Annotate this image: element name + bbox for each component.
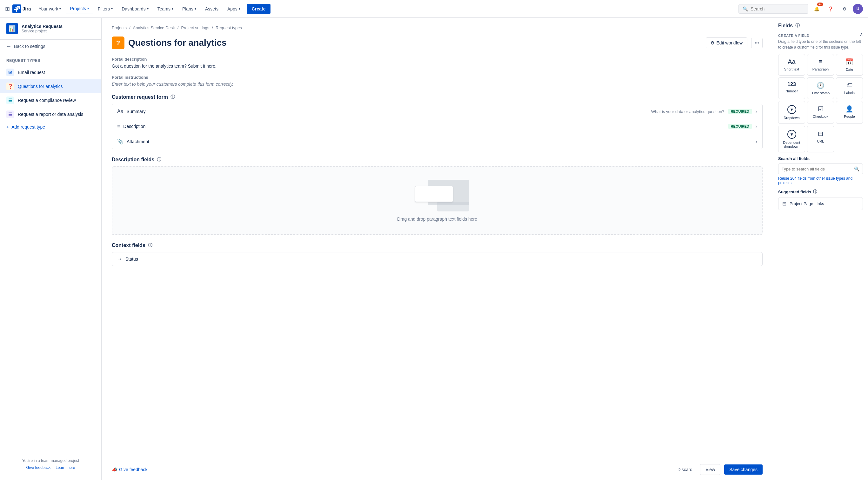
attachment-field-icon: 📎 — [117, 138, 124, 145]
people-icon: 👤 — [845, 105, 854, 113]
feedback-link[interactable]: Give feedback — [26, 466, 51, 470]
main-layout: 📊 Analytics Requests Service project ← B… — [0, 18, 868, 480]
sidebar-project: 📊 Analytics Requests Service project — [0, 18, 101, 40]
topnav: ⊞ Jira Your work ▾ Projects ▾ Filters ▾ … — [0, 0, 868, 18]
nav-teams[interactable]: Teams ▾ — [154, 4, 177, 14]
project-page-links-label: Project Page Links — [789, 201, 824, 206]
info-icon[interactable]: ⓘ — [813, 189, 817, 195]
status-field-row[interactable]: → Status — [112, 252, 763, 266]
nav-your-work[interactable]: Your work ▾ — [35, 4, 65, 14]
give-feedback-button[interactable]: 📣 Give feedback — [112, 467, 148, 472]
user-avatar[interactable]: U — [853, 4, 863, 14]
questions-analytics-icon: ❓ — [6, 83, 14, 90]
gear-icon: ⚙ — [843, 6, 847, 11]
create-button[interactable]: Create — [247, 4, 271, 14]
sidebar: 📊 Analytics Requests Service project ← B… — [0, 18, 102, 480]
field-type-labels[interactable]: 🏷 Labels — [836, 77, 863, 99]
bottom-bar: 📣 Give feedback Discard View Save change… — [102, 459, 773, 480]
project-info: Analytics Requests Service project — [22, 24, 63, 33]
summary-field-name: Summary — [127, 109, 651, 114]
field-type-short-text[interactable]: Aa Short text — [778, 54, 805, 75]
portal-instructions-section: Portal instructions Enter text to help y… — [112, 75, 763, 87]
save-changes-button[interactable]: Save changes — [724, 465, 763, 475]
footer-text: You're in a team-managed project — [6, 458, 95, 463]
suggested-field-project-page-links[interactable]: ⊟ Project Page Links — [778, 197, 863, 210]
date-label: Date — [846, 68, 853, 71]
info-icon[interactable]: ⓘ — [795, 23, 800, 29]
chevron-down-icon: ▾ — [87, 7, 89, 10]
search-all-fields-input[interactable]: 🔍 — [778, 163, 863, 174]
people-label: People — [844, 115, 855, 119]
chevron-down-icon: ▾ — [172, 7, 173, 10]
nav-projects[interactable]: Projects ▾ — [66, 3, 93, 14]
back-to-settings[interactable]: ← Back to settings — [0, 40, 101, 53]
labels-icon: 🏷 — [846, 82, 853, 89]
paragraph-label: Paragraph — [812, 67, 829, 71]
nav-apps[interactable]: Apps ▾ — [223, 4, 244, 14]
required-badge: REQUIRED — [728, 124, 752, 129]
field-type-checkbox[interactable]: ☑ Checkbox — [807, 101, 834, 124]
number-label: Number — [785, 89, 798, 93]
dropdown-label: Dropdown — [783, 116, 799, 120]
search-field-text[interactable] — [782, 167, 851, 171]
help-button[interactable]: ❓ — [825, 3, 836, 14]
description-field-row[interactable]: ≡ Description REQUIRED › — [112, 119, 762, 134]
collapse-icon[interactable]: ∧ — [860, 32, 863, 37]
nav-filters[interactable]: Filters ▾ — [94, 4, 117, 14]
field-type-number[interactable]: 123 Number — [778, 77, 805, 99]
settings-button[interactable]: ⚙ — [839, 3, 850, 14]
feedback-icon: 📣 — [112, 467, 117, 472]
info-icon[interactable]: ⓘ — [157, 157, 161, 163]
chevron-down-icon: ▾ — [195, 7, 196, 10]
chevron-right-icon: › — [755, 124, 757, 129]
grid-icon[interactable]: ⊞ — [5, 5, 10, 12]
drop-zone-text: Drag and drop paragraph text fields here — [397, 217, 477, 222]
field-type-paragraph[interactable]: ≡ Paragraph — [807, 54, 834, 75]
info-icon[interactable]: ⓘ — [170, 94, 175, 100]
reuse-text: Reuse 204 fields from other issue types … — [778, 176, 863, 185]
field-type-dependent-dropdown[interactable]: ▾ Dependent dropdown — [778, 126, 805, 152]
jira-logo[interactable]: Jira — [12, 4, 31, 13]
url-label: URL — [817, 139, 824, 143]
add-request-type[interactable]: + Add request type — [0, 121, 101, 133]
field-type-dropdown[interactable]: ▾ Dropdown — [778, 101, 805, 124]
breadcrumb-analytics-service-desk[interactable]: Analytics Service Desk — [133, 25, 175, 30]
short-text-icon: Aa — [788, 58, 795, 65]
sidebar-item-email-request[interactable]: ✉ Email request — [0, 65, 101, 79]
field-type-date[interactable]: 📅 Date — [836, 54, 863, 75]
summary-field-icon: Aa — [117, 108, 124, 114]
sidebar-item-questions-analytics[interactable]: ❓ Questions for analytics — [0, 79, 101, 93]
info-icon[interactable]: ⓘ — [148, 243, 152, 248]
description-drop-zone[interactable]: Drag and drop paragraph text fields here — [112, 166, 763, 235]
search-input[interactable] — [750, 6, 801, 11]
edit-workflow-button[interactable]: ⚙ Edit workflow — [706, 37, 747, 48]
jira-logo-text: Jira — [23, 6, 31, 11]
field-type-url[interactable]: ⊟ URL — [807, 126, 834, 152]
date-icon: 📅 — [845, 58, 854, 66]
sidebar-item-compliance-review[interactable]: ☰ Request a compliance review — [0, 93, 101, 107]
page-header: ? Questions for analytics ⚙ Edit workflo… — [112, 36, 763, 49]
email-request-icon: ✉ — [6, 69, 14, 76]
chevron-down-icon: ▾ — [111, 7, 113, 10]
nav-assets[interactable]: Assets — [201, 4, 222, 14]
nav-plans[interactable]: Plans ▾ — [179, 4, 200, 14]
checkbox-icon: ☑ — [818, 105, 824, 113]
sidebar-item-report-data[interactable]: ☰ Request a report or data analysis — [0, 107, 101, 121]
attachment-field-row[interactable]: 📎 Attachment › — [112, 134, 762, 149]
portal-instructions-label: Portal instructions — [112, 75, 763, 80]
learn-link[interactable]: Learn more — [56, 466, 75, 470]
discard-button[interactable]: Discard — [674, 465, 696, 475]
search-box[interactable]: 🔍 — [739, 4, 808, 14]
short-text-label: Short text — [784, 67, 799, 71]
more-options-button[interactable]: ••• — [751, 38, 763, 48]
nav-dashboards[interactable]: Dashboards ▾ — [118, 4, 152, 14]
checkbox-label: Checkbox — [813, 115, 828, 119]
notifications-button[interactable]: 🔔 9+ — [811, 3, 822, 14]
paragraph-icon: ≡ — [819, 58, 823, 65]
field-type-timestamp[interactable]: 🕐 Time stamp — [807, 77, 834, 99]
view-button[interactable]: View — [700, 464, 720, 475]
summary-field-row[interactable]: Aa Summary What is your data or analytic… — [112, 104, 762, 119]
breadcrumb-project-settings[interactable]: Project settings — [181, 25, 209, 30]
field-type-people[interactable]: 👤 People — [836, 101, 863, 124]
breadcrumb-projects[interactable]: Projects — [112, 25, 127, 30]
